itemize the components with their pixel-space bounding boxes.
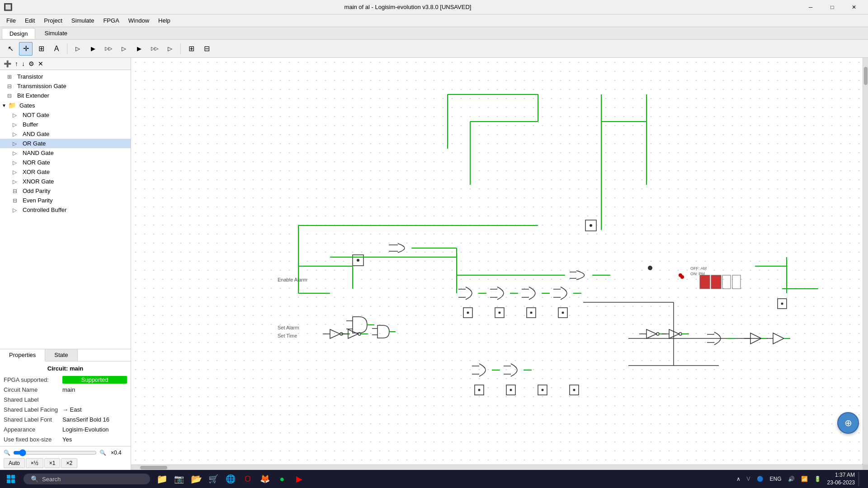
circuit-name-label: Circuit Name (4, 386, 62, 393)
tree-item-odd-parity[interactable]: ⊟ Odd Parity (0, 186, 131, 196)
and-gate-btn[interactable]: ▷ (117, 42, 131, 56)
remove-btn[interactable]: ✕ (37, 59, 44, 68)
odd-parity-icon: ⊟ (13, 188, 20, 194)
zoom-2x-btn[interactable]: ×2 (61, 458, 77, 468)
shared-label-facing-label: Shared Label Facing (4, 406, 62, 413)
zoom-slider[interactable] (13, 449, 97, 456)
zoom-auto-btn[interactable]: Auto (4, 458, 25, 468)
tree-item-label: Bit Extender (17, 92, 49, 99)
tree-item-label: OR Gate (23, 140, 46, 147)
menu-file[interactable]: File (2, 15, 20, 26)
tab-state[interactable]: State (45, 349, 77, 361)
search-bar[interactable]: 🔍 Search (24, 474, 150, 484)
prop-fpga: FPGA supported: Supported (2, 375, 129, 385)
tray-volume[interactable]: 🔊 (785, 474, 797, 484)
horizontal-scrollbar[interactable] (131, 465, 863, 470)
tree-item-nor-gate[interactable]: ▷ NOR Gate (0, 158, 131, 167)
svg-text:Set Alarm: Set Alarm (278, 325, 299, 330)
circuit-canvas[interactable]: Enable Alarm Set Alarm Set Time OFF: AM … (131, 58, 868, 470)
panel-toolbar: ➕ ↑ ↓ ⚙ ✕ (0, 58, 131, 70)
taskbar-store-icon[interactable]: 🛒 (205, 471, 222, 487)
expand-btn[interactable]: ⊞ (184, 42, 198, 56)
taskbar-opera-icon[interactable]: O (240, 471, 256, 487)
minimize-button[interactable]: ─ (800, 0, 821, 14)
tree-item-and-gate[interactable]: ▷ AND Gate (0, 129, 131, 139)
appearance-value: Logisim-Evolution (62, 426, 127, 433)
tree-item-transmission-gate[interactable]: ⊟ Transmission Gate (0, 81, 131, 91)
tray-wifi[interactable]: 📶 (798, 474, 811, 484)
tree-item-not-gate[interactable]: ▷ NOT Gate (0, 110, 131, 120)
tab-properties[interactable]: Properties (0, 349, 45, 361)
svg-rect-115 (7, 475, 10, 479)
tree-item-even-parity[interactable]: ⊟ Even Parity (0, 196, 131, 205)
menu-window[interactable]: Window (124, 15, 154, 26)
tree-item-controlled-buffer[interactable]: ▷ Controlled Buffer (0, 205, 131, 215)
circuit-diagram: Enable Alarm Set Alarm Set Time OFF: AM … (131, 58, 868, 470)
tree-category-gates[interactable]: ▼ 📁 Gates (0, 100, 131, 110)
start-button[interactable] (0, 470, 22, 488)
tray-chevron[interactable]: ∧ (734, 474, 743, 484)
not-gate-icon: ▷ (13, 112, 20, 118)
edit-tool[interactable]: ⊞ (34, 42, 48, 56)
tray-battery[interactable]: 🔋 (811, 474, 824, 484)
tray-show-desktop[interactable] (859, 472, 864, 486)
taskbar-firefox-icon[interactable]: 🦊 (257, 471, 273, 487)
taskbar-folder-icon[interactable]: 📂 (188, 471, 204, 487)
move-down-btn[interactable]: ↓ (21, 59, 26, 68)
tray-lang[interactable]: ENG (767, 474, 784, 484)
or2-gate-btn[interactable]: ▶ (86, 42, 100, 56)
tree-item-xnor-gate[interactable]: ▷ XNOR Gate (0, 177, 131, 186)
vertical-scrollbar[interactable] (863, 58, 868, 465)
maximize-button[interactable]: □ (822, 0, 843, 14)
canvas-area[interactable]: Enable Alarm Set Alarm Set Time OFF: AM … (131, 58, 868, 470)
svg-rect-96 (570, 385, 579, 395)
zoom-half-btn[interactable]: ×½ (26, 458, 43, 468)
tree-item-buffer[interactable]: ▷ Buffer (0, 120, 131, 129)
tab-simulate[interactable]: Simulate (37, 28, 75, 38)
menu-edit[interactable]: Edit (20, 15, 39, 26)
wiring-tool[interactable]: ✛ (19, 42, 33, 56)
tray-v[interactable]: V (744, 474, 753, 484)
svg-point-98 (648, 266, 652, 270)
tri2-gate-btn[interactable]: ▷ (163, 42, 177, 56)
prop-appearance: Appearance Logisim-Evolution (2, 424, 129, 434)
tree-item-or-gate[interactable]: ▷ OR Gate (0, 139, 131, 148)
tree-item-xor-gate[interactable]: ▷ XOR Gate (0, 167, 131, 177)
zoom-1x-btn[interactable]: ×1 (44, 458, 61, 468)
buf-gate-btn[interactable]: ▷▷ (102, 42, 115, 56)
svg-text:Set Time: Set Time (278, 333, 297, 338)
tray-bluetooth[interactable]: 🔵 (754, 474, 766, 484)
menu-fpga[interactable]: FPGA (99, 15, 123, 26)
settings-btn[interactable]: ⚙ (28, 59, 35, 68)
vscroll-thumb[interactable] (864, 67, 868, 85)
zoom-out-icon[interactable]: 🔍 (4, 450, 10, 456)
navigator-button[interactable]: ⊕ (837, 412, 859, 434)
taskbar-green-icon[interactable]: ● (274, 471, 290, 487)
close-button[interactable]: ✕ (844, 0, 864, 14)
pointer-tool[interactable]: ↖ (4, 42, 17, 56)
menu-project[interactable]: Project (39, 15, 66, 26)
zoom-in-icon[interactable]: 🔍 (99, 450, 106, 456)
add-library-btn[interactable]: ➕ (3, 59, 12, 68)
tab-design[interactable]: Design (2, 28, 35, 39)
tree-item-bit-extender[interactable]: ⊟ Bit Extender (0, 91, 131, 100)
tree-item-nand-gate[interactable]: ▷ NAND Gate (0, 148, 131, 158)
tri-gate-btn[interactable]: ▷▷ (148, 42, 161, 56)
move-up-btn[interactable]: ↑ (14, 59, 19, 68)
tree-item-transistor[interactable]: ⊞ Transistor (0, 72, 131, 81)
hscroll-thumb[interactable] (140, 466, 167, 469)
taskbar-edge-icon[interactable]: 🌐 (222, 471, 239, 487)
taskbar: 🔍 Search 📁 📷 📂 🛒 🌐 O 🦊 ● ▶ ∧ V 🔵 ENG 🔊 📶… (0, 470, 868, 488)
menu-simulate[interactable]: Simulate (67, 15, 99, 26)
taskbar-youtube-icon[interactable]: ▶ (291, 471, 307, 487)
taskbar-files-icon[interactable]: 📁 (154, 471, 170, 487)
collapse-btn[interactable]: ⊟ (200, 42, 213, 56)
not-gate-btn[interactable]: ▶ (132, 42, 146, 56)
or-gate-btn[interactable]: ▷ (71, 42, 85, 56)
svg-rect-108 (732, 275, 741, 289)
menu-help[interactable]: Help (154, 15, 175, 26)
svg-rect-107 (722, 275, 731, 289)
tree-item-label: NAND Gate (23, 150, 54, 156)
taskbar-instagram-icon[interactable]: 📷 (171, 471, 187, 487)
text-tool[interactable]: A (50, 42, 63, 56)
